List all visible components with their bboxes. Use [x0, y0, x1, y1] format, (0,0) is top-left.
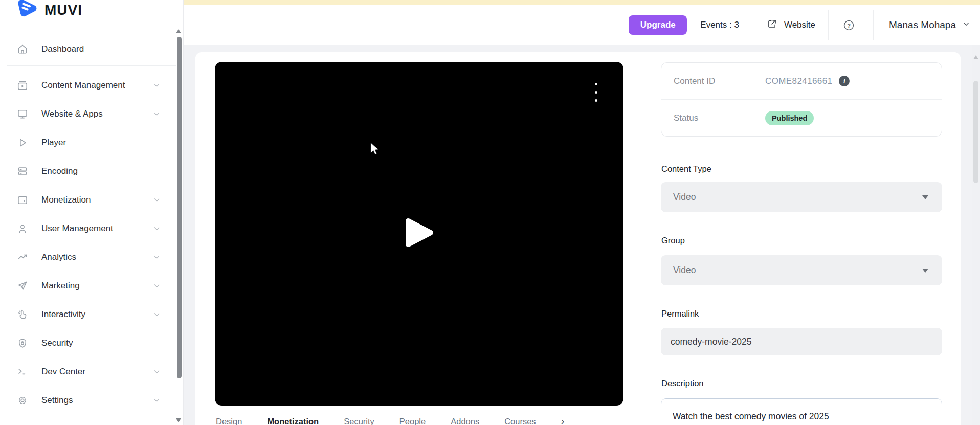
sidebar-item-encoding[interactable]: Encoding: [0, 157, 183, 186]
sidebar-item-marketing[interactable]: Marketing: [0, 272, 183, 300]
sidebar-item-interactivity[interactable]: Interactivity: [0, 300, 183, 329]
user-menu[interactable]: Manas Mohapa: [889, 19, 970, 31]
chevron-down-icon: [153, 254, 161, 261]
video-player[interactable]: [215, 62, 623, 406]
play-outline-icon: [17, 137, 28, 148]
brand-logo[interactable]: MUVI: [17, 0, 82, 21]
content-tabs: Design Monetization Security People Addo…: [216, 417, 564, 425]
sidebar: MUVI Dashboard Content Management: [0, 0, 184, 425]
home-icon: [17, 43, 28, 55]
sidebar-item-label: Dashboard: [41, 44, 84, 54]
chevron-down-icon: [153, 397, 161, 405]
play-icon[interactable]: [405, 217, 434, 250]
user-name: Manas Mohapa: [889, 19, 956, 31]
sidebar-divider: [7, 65, 176, 66]
chevron-down-icon: [153, 82, 161, 90]
description-label: Description: [661, 378, 942, 388]
content-id-status-card: Content ID COME82416661 i Status Publish…: [661, 62, 942, 137]
sidebar-item-security[interactable]: Security: [0, 329, 183, 357]
status-label: Status: [674, 113, 765, 123]
tab-courses[interactable]: Courses: [504, 417, 536, 425]
content-id-value: COME82416661 i: [765, 76, 850, 86]
sidebar-item-label: Content Management: [41, 80, 125, 91]
tabs-overflow-arrow-icon[interactable]: ›: [561, 417, 565, 425]
caret-down-icon: [922, 269, 928, 273]
sidebar-item-label: Interactivity: [41, 309, 85, 320]
main-scroll-up-arrow[interactable]: [973, 55, 978, 59]
sidebar-item-settings[interactable]: Settings: [0, 386, 183, 415]
paper-plane-icon: [17, 280, 28, 292]
content-type-value: Video: [673, 192, 696, 203]
app-root: MUVI Dashboard Content Management: [0, 0, 980, 425]
sidebar-item-monetization[interactable]: Monetization: [0, 186, 183, 214]
tab-monetization[interactable]: Monetization: [267, 417, 319, 425]
content-type-label: Content Type: [661, 164, 942, 174]
svg-text:?: ?: [847, 22, 851, 28]
caret-down-icon: [922, 195, 928, 199]
trend-up-icon: [17, 252, 28, 263]
top-header: Upgrade Events : 3 Website ? Manas Mohap…: [183, 5, 980, 45]
header-divider: [828, 10, 829, 40]
sidebar-item-label: Monetization: [41, 195, 91, 205]
chevron-down-icon: [153, 311, 161, 319]
permalink-input[interactable]: [661, 328, 942, 355]
sidebar-scroll-down-arrow[interactable]: [176, 418, 181, 422]
events-link[interactable]: Events : 3: [700, 20, 739, 30]
content-type-select[interactable]: Video: [661, 182, 942, 212]
sidebar-item-dev-center[interactable]: Dev Center: [0, 357, 183, 386]
sidebar-item-label: Encoding: [41, 166, 78, 176]
info-icon[interactable]: i: [839, 76, 850, 86]
tab-design[interactable]: Design: [216, 417, 242, 425]
sidebar-item-label: User Management: [41, 223, 113, 234]
chevron-down-icon: [153, 196, 161, 204]
snap-gesture-icon: [17, 309, 28, 320]
group-select[interactable]: Video: [661, 255, 942, 285]
help-icon[interactable]: ?: [843, 19, 855, 31]
chevron-down-icon: [153, 110, 161, 118]
sidebar-item-label: Analytics: [41, 252, 76, 262]
muvi-play-icon: [17, 0, 38, 21]
sidebar-scrollbar[interactable]: [177, 37, 182, 378]
content-id-row: Content ID COME82416661 i: [661, 63, 942, 99]
chevron-down-icon: [153, 225, 161, 233]
terminal-icon: [17, 366, 28, 377]
sidebar-item-label: Dev Center: [41, 367, 85, 377]
sidebar-item-dashboard[interactable]: Dashboard: [0, 35, 183, 63]
sidebar-item-label: Website & Apps: [41, 109, 103, 119]
status-badge: Published: [765, 111, 814, 125]
sidebar-item-player[interactable]: Player: [0, 128, 183, 157]
content-detail-card: Design Monetization Security People Addo…: [195, 52, 961, 425]
status-row: Status Published: [661, 100, 942, 136]
permalink-label: Permalink: [661, 309, 942, 319]
external-link-icon: [767, 18, 777, 32]
content-id-label: Content ID: [674, 76, 765, 86]
sidebar-nav: Dashboard Content Management Website & A…: [0, 35, 183, 415]
more-vertical-icon[interactable]: [593, 81, 599, 104]
tab-people[interactable]: People: [399, 417, 426, 425]
sidebar-item-label: Settings: [41, 395, 73, 406]
website-link[interactable]: Website: [767, 18, 815, 32]
sidebar-item-user-management[interactable]: User Management: [0, 214, 183, 243]
sidebar-item-label: Player: [41, 138, 66, 148]
server-stack-icon: [17, 166, 28, 177]
content-meta-panel: Content ID COME82416661 i Status Publish…: [661, 62, 942, 425]
monitor-icon: [17, 108, 28, 120]
sidebar-scroll-up-arrow[interactable]: [176, 29, 181, 33]
sidebar-item-label: Marketing: [41, 281, 80, 291]
main-scrollbar-track: [972, 45, 980, 425]
sidebar-item-content-management[interactable]: Content Management: [0, 71, 183, 100]
chevron-down-icon: [962, 19, 970, 31]
wallet-icon: [17, 194, 28, 206]
group-value: Video: [673, 265, 696, 276]
main-scrollbar[interactable]: [973, 81, 978, 183]
shield-lock-icon: [17, 338, 28, 349]
main-area: Upgrade Events : 3 Website ? Manas Mohap…: [183, 0, 980, 425]
mouse-cursor: [370, 142, 382, 159]
sidebar-item-analytics[interactable]: Analytics: [0, 243, 183, 272]
description-input[interactable]: Watch the best comedy movies of 2025: [661, 398, 942, 425]
upgrade-button[interactable]: Upgrade: [629, 15, 687, 35]
gear-icon: [17, 395, 28, 406]
tab-security[interactable]: Security: [344, 417, 374, 425]
sidebar-item-website-apps[interactable]: Website & Apps: [0, 100, 183, 128]
tab-addons[interactable]: Addons: [451, 417, 479, 425]
